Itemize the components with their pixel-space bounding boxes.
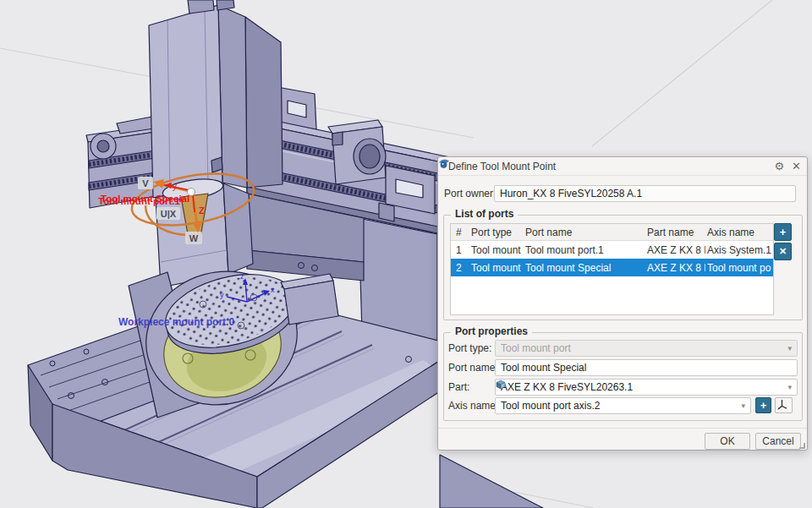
part-label: Part: <box>448 379 469 396</box>
port-properties-group: Port properties Port type: Tool mount po… <box>443 332 803 421</box>
port-type-combo[interactable]: Tool mount port ▾ <box>495 340 798 357</box>
cancel-button[interactable]: Cancel <box>755 433 801 450</box>
col-num: # <box>451 227 468 238</box>
remove-port-button[interactable]: ✕ <box>774 243 792 260</box>
red-axis-label-z: Z <box>199 205 205 216</box>
row1-part-name: AXE Z KX 8 Fi <box>645 244 705 256</box>
row2-port-type: Tool mount p <box>468 262 522 274</box>
define-tool-mount-point-dialog[interactable]: Define Tool Mount Point ⚙ ✕ Port owner: … <box>437 156 808 451</box>
workpiece-axis-z: z <box>240 272 244 281</box>
row1-num: 1 <box>451 244 468 256</box>
ports-table-header: # Port type Port name Part name Axis nam… <box>451 224 773 241</box>
axis-label-w[interactable]: W <box>189 233 199 243</box>
port-owner-label: Port owner: <box>444 185 496 202</box>
ports-table[interactable]: # Port type Port name Part name Axis nam… <box>450 223 774 315</box>
axis-label-v[interactable]: V <box>142 178 149 188</box>
port-properties-legend: Port properties <box>451 325 532 337</box>
add-port-button[interactable]: + <box>774 223 792 241</box>
gear-icon[interactable]: ⚙ <box>774 161 784 172</box>
col-axis-name: Axis name <box>705 227 771 238</box>
axis-name-value: Tool mount port axis.2 <box>501 400 600 412</box>
tool-mount-port-label-front[interactable]: Tool mount Special <box>101 194 189 204</box>
footer-divider <box>438 428 807 429</box>
list-of-ports-group: List of ports # Port type Port name Part… <box>443 215 803 320</box>
dialog-title: Define Tool Mount Point <box>448 161 556 172</box>
axis-label-ux[interactable]: U|X <box>161 209 177 219</box>
list-of-ports-legend: List of ports <box>451 208 518 220</box>
workpiece-axis-x: x <box>271 286 275 294</box>
ports-table-row-2-selected[interactable]: 2 Tool mount p Tool mount Special AXE Z … <box>451 259 773 276</box>
machine-column[interactable] <box>149 0 283 198</box>
axis-system-icon <box>776 398 788 411</box>
port-name-value: Tool mount Special <box>501 362 586 374</box>
chevron-down-icon: ▾ <box>738 401 745 410</box>
catia-3d-viewport[interactable]: V U|X W y Z Tool mount port.1 Tool mount… <box>0 0 812 508</box>
col-part-name: Part name <box>645 227 705 238</box>
port-name-input[interactable]: Tool mount Special <box>495 359 798 376</box>
col-port-name: Port name <box>522 227 645 238</box>
workpiece-mount-port-label[interactable]: Workpiece mount port.0 <box>118 316 234 328</box>
row1-port-type: Tool mount p <box>468 244 522 256</box>
part-cube-icon <box>496 380 506 390</box>
tool-mount-point-icon <box>438 157 450 169</box>
add-axis-button[interactable]: + <box>755 397 771 413</box>
dialog-resize-handle[interactable] <box>799 443 805 449</box>
dialog-title-bar[interactable]: Define Tool Mount Point ⚙ ✕ <box>438 157 807 176</box>
row2-part-name: AXE Z KX 8 Fi <box>645 262 705 274</box>
row2-axis-name: Tool mount port <box>705 262 771 274</box>
row1-axis-name: Axis System.1 <box>705 244 771 256</box>
port-type-label: Port type: <box>448 340 491 357</box>
port-owner-field[interactable]: Huron_KX 8 FiveSYL20258 A.1 <box>494 185 796 202</box>
part-combo[interactable]: AXE Z KX 8 FiveSYL20263.1 ▾ <box>495 379 798 396</box>
axis-system-button[interactable] <box>775 397 793 413</box>
ballscrew-motor-mount[interactable] <box>328 120 386 184</box>
close-icon[interactable]: ✕ <box>792 161 801 172</box>
port-name-label: Port name: <box>448 359 498 376</box>
chevron-down-icon: ▾ <box>784 383 792 391</box>
part-value: AXE Z KX 8 FiveSYL20263.1 <box>501 381 633 393</box>
row2-num: 2 <box>451 262 468 274</box>
red-axis-label-y: y <box>173 182 177 191</box>
port-type-value: Tool mount port <box>501 342 571 354</box>
chevron-down-icon: ▾ <box>784 344 792 352</box>
ports-table-row-1[interactable]: 1 Tool mount p Tool mount port.1 AXE Z K… <box>451 241 773 259</box>
row1-port-name: Tool mount port.1 <box>522 244 645 256</box>
col-port-type: Port type <box>468 227 522 238</box>
row2-port-name: Tool mount Special <box>522 262 645 274</box>
port-owner-value: Huron_KX 8 FiveSYL20258 A.1 <box>500 188 642 199</box>
ok-button[interactable]: OK <box>705 433 750 450</box>
axis-name-label: Axis name: <box>448 397 498 414</box>
workpiece-axis-y: y <box>220 291 224 299</box>
axis-name-combo[interactable]: Tool mount port axis.2 ▾ <box>495 397 751 414</box>
